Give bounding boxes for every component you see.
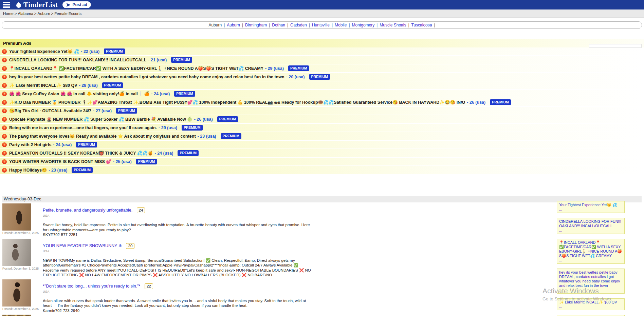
city-link[interactable]: Huntsville bbox=[312, 23, 330, 27]
up-arrow-icon: ↑ bbox=[2, 100, 7, 105]
listing-description: Asian allure with curves that speak loud… bbox=[43, 298, 314, 308]
premium-ad-title[interactable]: PLEASANTON OUTCALLS !! SEXY KOREAN👹 THIC… bbox=[9, 151, 153, 156]
breadcrumb-link[interactable]: Female Escorts bbox=[54, 12, 81, 16]
premium-ad-age: - 24 (usa) bbox=[155, 151, 173, 156]
city-separator: | bbox=[287, 23, 288, 27]
city-link[interactable]: Birmingham bbox=[245, 23, 267, 27]
post-ad-button[interactable]: Post ad bbox=[62, 1, 91, 8]
premium-ad-row[interactable]: ↑ ✨ Lake Merritt INCALL✨ $80 QV - 28 (us… bbox=[0, 81, 644, 90]
listing-photo[interactable] bbox=[2, 203, 31, 231]
premium-ad-row[interactable]: ↑ hey its your best wettes petite baby D… bbox=[0, 73, 644, 81]
breadcrumb-link[interactable]: Home bbox=[3, 12, 14, 16]
sidebar-ad-more: ... bbox=[559, 207, 622, 212]
menu-icon[interactable] bbox=[3, 2, 10, 8]
listing-item: A lady for all occasions 38 USA bbox=[2, 315, 310, 316]
listing-photo[interactable] bbox=[2, 315, 31, 316]
premium-ad-age: - 29 (usa) bbox=[159, 125, 177, 130]
scrollbar-track[interactable] bbox=[589, 44, 642, 48]
city-separator: | bbox=[242, 23, 243, 27]
premium-ad-title[interactable]: Being with me is an experience—one that … bbox=[9, 125, 157, 130]
premium-ad-row[interactable]: ↑ 😘Big Tits Girl - OUTCALL Available 24/… bbox=[0, 107, 644, 115]
sidebar-ad-card[interactable]: Your Tightest Experience Yet😼 💦 ... bbox=[557, 201, 625, 213]
premium-badge: PREMIUM bbox=[221, 133, 242, 139]
premium-ad-title[interactable]: hey its your best wettes petite baby DRE… bbox=[9, 75, 284, 79]
premium-badge: PREMIUM bbox=[171, 57, 192, 63]
premium-ad-title[interactable]: 📍INCALL OAKLAND📍 ✅FACETIME/CAR✅ WITH A S… bbox=[9, 66, 263, 71]
up-arrow-icon: ↑ bbox=[2, 159, 7, 164]
premium-ad-age: - 23 (usa) bbox=[49, 168, 67, 173]
breadcrumb-link[interactable]: Auburn bbox=[38, 12, 50, 16]
premium-ad-title[interactable]: Upscale Playmate 🌋 NEW NUMBER 💦 Super So… bbox=[9, 117, 192, 122]
city-link[interactable]: Gadsden bbox=[290, 23, 307, 27]
city-link[interactable]: Dothan bbox=[272, 23, 285, 27]
premium-ad-row[interactable]: ↑ YOUR WINTER FAVORITE IS BACK DONT MISS… bbox=[0, 158, 644, 166]
up-arrow-icon: ↑ bbox=[2, 83, 7, 88]
premium-ad-title[interactable]: ✨ Lake Merritt INCALL✨ $80 QV bbox=[9, 83, 77, 88]
breadcrumb: Home>Alabama>Auburn>Female Escorts bbox=[0, 9, 644, 18]
brand-logo[interactable]: TinderList bbox=[16, 1, 58, 9]
city-link[interactable]: Auburn bbox=[227, 23, 240, 27]
premium-ad-row[interactable]: ↑ ✨K.O Daa NUMBER 🏅 PROVIDER 🕴✨💕AMAZING … bbox=[0, 98, 644, 107]
listing-photo[interactable] bbox=[2, 279, 31, 307]
page: TinderList Post ad Home>Alabama>Auburn>F… bbox=[0, 0, 644, 316]
listing-description: Sweet like honey, bold like espresso. Pe… bbox=[43, 222, 314, 232]
premium-ad-age: - 22 (usa) bbox=[81, 49, 99, 54]
premium-ad-row[interactable]: ↑ 🌺 🌺 Sexy CuRvy Asian 🌺 🌺 in call 🐥 vis… bbox=[0, 90, 644, 98]
premium-ad-title[interactable]: ✨K.O Daa NUMBER 🏅 PROVIDER 🕴✨💕AMAZING Th… bbox=[9, 100, 465, 105]
breadcrumb-link[interactable]: Alabama bbox=[18, 12, 33, 16]
sidebar-ad-card[interactable]: hey its your best wettes petite baby DRE… bbox=[557, 269, 625, 294]
premium-ad-row[interactable]: ↑ Upscale Playmate 🌋 NEW NUMBER 💦 Super … bbox=[0, 115, 644, 124]
listing-photo[interactable] bbox=[2, 239, 31, 266]
premium-ad-title[interactable]: YOUR WINTER FAVORITE IS BACK DONT MISS 💕 bbox=[9, 159, 111, 164]
listing-title-link[interactable]: *"Don't stare too long… unless you're re… bbox=[43, 284, 140, 289]
premium-ad-row[interactable]: ↑ 📍INCALL OAKLAND📍 ✅FACETIME/CAR✅ WITH A… bbox=[0, 64, 644, 73]
premium-badge: PREMIUM bbox=[182, 125, 203, 131]
premium-ad-row[interactable]: ↑ CINDERELLA LOOKING FOR FUN!!! OAKLAND!… bbox=[0, 56, 644, 64]
premium-ad-title[interactable]: The pawg that everyone loves😼 Ready and … bbox=[9, 134, 196, 139]
sidebar-ad-title: hey its your best wettes petite baby DRE… bbox=[559, 270, 622, 288]
city-separator: | bbox=[376, 23, 378, 27]
premium-ad-title[interactable]: 🌺 🌺 Sexy CuRvy Asian 🌺 🌺 in call 🐥 visit… bbox=[9, 91, 149, 96]
up-arrow-icon: ↑ bbox=[2, 108, 7, 113]
premium-badge: PREMIUM bbox=[309, 74, 330, 80]
city-link[interactable]: Tuscaloosa bbox=[411, 23, 432, 27]
up-arrow-icon: ↑ bbox=[2, 168, 7, 173]
premium-ad-title[interactable]: Party with 2 Hot girls bbox=[9, 142, 51, 147]
up-arrow-icon: ↑ bbox=[2, 151, 7, 156]
premium-ad-row[interactable]: ↑ PLEASANTON OUTCALLS !! SEXY KOREAN👹 TH… bbox=[0, 149, 644, 158]
listing-age-badge: 20 bbox=[126, 243, 134, 249]
premium-badge: PREMIUM bbox=[104, 48, 125, 54]
breadcrumb-separator: > bbox=[34, 12, 37, 16]
premium-ad-row[interactable]: ↑ The pawg that everyone loves😼 Ready an… bbox=[0, 132, 644, 141]
city-link[interactable]: Muscle Shoals bbox=[380, 23, 406, 27]
listing-description: NEW IN TOWNMy name is Dallas !Seductive,… bbox=[43, 258, 314, 278]
premium-ads-heading: Premium Ads bbox=[0, 39, 644, 47]
listing-posted-date: Posted: December 3, 2025 bbox=[2, 307, 39, 311]
premium-ad-title[interactable]: 😘Big Tits Girl - OUTCALL Available 24/7 bbox=[9, 108, 91, 113]
up-arrow-icon: ↑ bbox=[2, 66, 7, 71]
premium-ad-row[interactable]: ↑ Your Tightest Experience Yet😼 💦 - 22 (… bbox=[0, 47, 644, 56]
premium-badge: PREMIUM bbox=[136, 159, 157, 164]
premium-ad-age: - 28 (usa) bbox=[79, 83, 98, 88]
breadcrumb-separator: > bbox=[51, 12, 54, 16]
up-arrow-icon: ↑ bbox=[2, 92, 7, 96]
listing-title-link[interactable]: YOUR NEW FAVORITE SNOWBUNNY ❄ bbox=[43, 243, 122, 248]
premium-ad-row[interactable]: ↑ Happy HOlidays😊 - 23 (usa) PREMIUM bbox=[0, 166, 644, 175]
premium-ad-title[interactable]: Happy HOlidays😊 bbox=[9, 167, 47, 173]
premium-ad-title[interactable]: CINDERELLA LOOKING FOR FUN!!! OAKLAND!!!… bbox=[9, 58, 146, 62]
city-link[interactable]: Mobile bbox=[335, 23, 347, 27]
premium-ad-title[interactable]: Your Tightest Experience Yet😼 💦 bbox=[9, 49, 79, 54]
listing-title-link[interactable]: Petite, brunette, and dangerously unforg… bbox=[43, 208, 132, 213]
listings-feed: Posted: December 3, 2025 Petite, brunett… bbox=[2, 203, 310, 316]
listing-contact: SKYE702-577-2251 bbox=[43, 232, 314, 237]
premium-ad-row[interactable]: ↑ Being with me is an experience—one tha… bbox=[0, 124, 644, 132]
sidebar-ad-card[interactable]: CINDERELLA LOOKING FOR FUN!!! OAKLAND!!!… bbox=[557, 218, 625, 234]
premium-ad-age: - 20 (usa) bbox=[286, 75, 305, 79]
sidebar-ad-card[interactable]: ✨ Lake Merritt INCALL✨ $80 QV ... bbox=[557, 298, 625, 310]
brand-name: TinderList bbox=[23, 1, 58, 9]
sidebar-ad-card[interactable]: 📍INCALL OAKLAND📍 ✅FACETIME/CAR✅ WITH A S… bbox=[557, 239, 625, 264]
sidebar-ad-more: ... bbox=[559, 228, 622, 233]
city-link[interactable]: Montgomery bbox=[352, 23, 375, 27]
premium-ad-row[interactable]: ↑ Party with 2 Hot girls - 24 (usa) PREM… bbox=[0, 141, 644, 149]
sidebar-ad-more: ... bbox=[559, 258, 622, 262]
